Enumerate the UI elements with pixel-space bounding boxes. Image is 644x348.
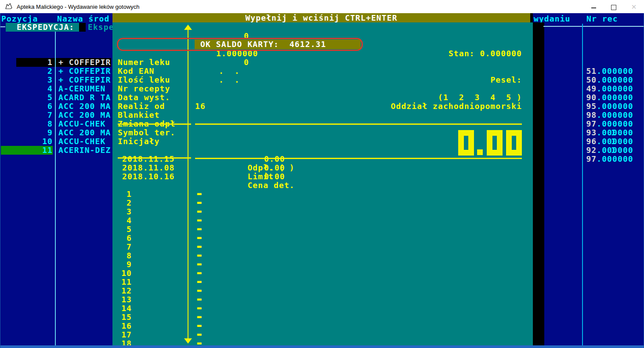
drug-name: ACC 200 MA bbox=[58, 102, 111, 111]
divider-line bbox=[195, 123, 522, 125]
quantity-row: 97.000000 1 bbox=[533, 146, 644, 155]
position-number: 4 bbox=[112, 216, 132, 225]
position-row[interactable]: 2 - bbox=[112, 199, 533, 207]
app-icon bbox=[5, 3, 12, 10]
drug-list-row[interactable]: 4 A-CERUMEN bbox=[0, 84, 112, 93]
total-display bbox=[455, 130, 522, 156]
position-number: 14 bbox=[112, 304, 132, 313]
quantity-row: 51.000000 bbox=[533, 58, 644, 67]
quantity-row: 90.000000 bbox=[533, 84, 644, 93]
data-wyst-field[interactable]: . . bbox=[219, 67, 240, 76]
form-label: Blankiet bbox=[118, 111, 175, 120]
realiz-od-field[interactable]: . . bbox=[219, 76, 240, 84]
position-row[interactable]: 15 - bbox=[112, 313, 533, 322]
form-label: Nr recepty bbox=[118, 84, 175, 93]
drug-list-row[interactable]: 7 ACC 200 MA bbox=[0, 111, 112, 120]
drug-list-row[interactable]: 9 ACC 200 MA bbox=[0, 128, 112, 137]
right-header-underline bbox=[543, 26, 644, 27]
position-number: 10 bbox=[112, 269, 132, 278]
position-row[interactable]: 4 - bbox=[112, 216, 533, 225]
symbol-ter-field[interactable]: 16 bbox=[195, 102, 206, 111]
drug-name: + COFFEPIR bbox=[58, 67, 111, 76]
position-number: 5 bbox=[112, 225, 132, 234]
quantity-row: 93.000000 bbox=[533, 120, 644, 128]
position-number: 13 bbox=[112, 295, 132, 304]
position-number: 2 bbox=[112, 199, 132, 207]
form-label: Ilość leku bbox=[118, 76, 175, 84]
drug-list-row[interactable]: 8 ACCU-CHEK bbox=[0, 120, 112, 128]
drug-row-number: 7 bbox=[0, 111, 53, 120]
position-row[interactable]: 7 - bbox=[112, 243, 533, 251]
position-number: 7 bbox=[112, 243, 132, 251]
position-row[interactable]: 8 - bbox=[112, 251, 533, 260]
minimize-button[interactable] bbox=[583, 1, 604, 13]
quantity-prefix: 97 bbox=[586, 154, 597, 163]
position-row[interactable]: 17 - bbox=[112, 330, 533, 339]
drug-row-number: 4 bbox=[0, 84, 53, 93]
position-row[interactable]: 3 - bbox=[112, 207, 533, 216]
titlebar[interactable]: Apteka Malickiego - Wydawanie leków goto… bbox=[0, 0, 644, 13]
pesel-label: Pesel: bbox=[490, 76, 522, 84]
refund-options: (1 2 3 4 5 ) bbox=[438, 93, 522, 102]
column-header-nazwa: Nazwa środ bbox=[57, 14, 109, 23]
drug-list-row[interactable]: 3 + COFFEPIR bbox=[0, 76, 112, 84]
drug-name: A-CERUMEN bbox=[58, 84, 105, 93]
left-panel: Pozycja Nazwa środ EKSPEDYCJA: Ekspe 1 +… bbox=[0, 13, 112, 345]
quantity-list: 51.000000 50.000000 49.000000 90.000000 … bbox=[533, 32, 644, 155]
instruction-bar: Wypełnij i wciśnij CTRL+ENTER bbox=[112, 13, 530, 22]
divider-line bbox=[118, 123, 191, 125]
drug-row-number: 3 bbox=[0, 76, 53, 84]
maximize-icon bbox=[611, 5, 616, 10]
drug-name: + COFFEPIR bbox=[58, 58, 111, 67]
close-icon bbox=[631, 3, 637, 11]
quantity-row: 49.000000 bbox=[533, 76, 644, 84]
total-dot bbox=[477, 149, 483, 155]
total-digit bbox=[506, 130, 522, 156]
drug-list-row[interactable]: 1 + COFFEPIR bbox=[0, 58, 112, 67]
drug-list-row[interactable]: 5 ACARD R TA bbox=[0, 93, 112, 102]
position-list: 1 - 2 - 3 - 4 - 5 - 6 - 7 bbox=[112, 163, 533, 348]
form-label: Kod EAN bbox=[118, 67, 175, 76]
position-number: 12 bbox=[112, 286, 132, 295]
scroll-up-arrow[interactable] bbox=[184, 25, 192, 30]
mode-label: EKSPEDYCJA: bbox=[6, 23, 79, 32]
position-number: 16 bbox=[112, 322, 132, 330]
quantity-row: 97.000000 bbox=[533, 111, 644, 120]
position-row[interactable]: 5 - bbox=[112, 225, 533, 234]
drug-name: ACARD R TA bbox=[58, 93, 111, 102]
drug-list-row[interactable]: 10 ACCU-CHEK bbox=[0, 137, 112, 146]
position-row[interactable]: 14 - bbox=[112, 304, 533, 313]
drug-list-row[interactable]: 2 + COFFEPIR bbox=[0, 67, 112, 76]
drug-list-row[interactable]: 6 ACC 200 MA bbox=[0, 102, 112, 111]
column-header-pozycja: Pozycja bbox=[1, 14, 38, 23]
drug-row-number: 10 bbox=[0, 137, 53, 146]
left-edge-tick bbox=[0, 26, 5, 27]
position-row[interactable]: 9 - bbox=[112, 260, 533, 269]
position-row[interactable]: 13 - bbox=[112, 295, 533, 304]
maximize-button[interactable] bbox=[604, 1, 624, 13]
nr-recepty-field[interactable]: 0 bbox=[244, 58, 249, 67]
date-item: 2018.11.15 bbox=[122, 155, 174, 163]
drug-row-number: 5 bbox=[0, 93, 53, 102]
window-title: Apteka Malickiego - Wydawanie leków goto… bbox=[17, 4, 140, 10]
position-number: 3 bbox=[112, 207, 132, 216]
close-button[interactable] bbox=[624, 1, 644, 13]
position-row[interactable]: 6 - bbox=[112, 234, 533, 243]
position-row[interactable]: 12 - bbox=[112, 286, 533, 295]
drug-list-row[interactable]: 11 ACERIN-DEZ bbox=[0, 146, 112, 155]
form-label: Data wyst. bbox=[118, 93, 175, 102]
position-row[interactable]: 11 - bbox=[112, 278, 533, 286]
position-number: 17 bbox=[112, 330, 132, 339]
annotation-highlight bbox=[117, 38, 363, 51]
position-row[interactable]: 10 - bbox=[112, 269, 533, 278]
minimize-icon bbox=[591, 7, 596, 8]
drug-name: ACC 200 MA bbox=[58, 111, 111, 120]
console-area: Pozycja Nazwa środ EKSPEDYCJA: Ekspe 1 +… bbox=[0, 13, 644, 345]
drug-row-number: 11 bbox=[0, 146, 53, 155]
position-row[interactable]: 1 - bbox=[112, 190, 533, 199]
drug-list: 1 + COFFEPIR 2 + COFFEPIR 3 + COFFEPIR 4… bbox=[0, 32, 112, 155]
position-row[interactable]: 16 - bbox=[112, 322, 533, 330]
drug-name: ACCU-CHEK bbox=[58, 137, 105, 146]
pricing-row: Odpł. ( ) 0.00 bbox=[195, 155, 295, 163]
drug-name: + COFFEPIR bbox=[58, 76, 111, 84]
